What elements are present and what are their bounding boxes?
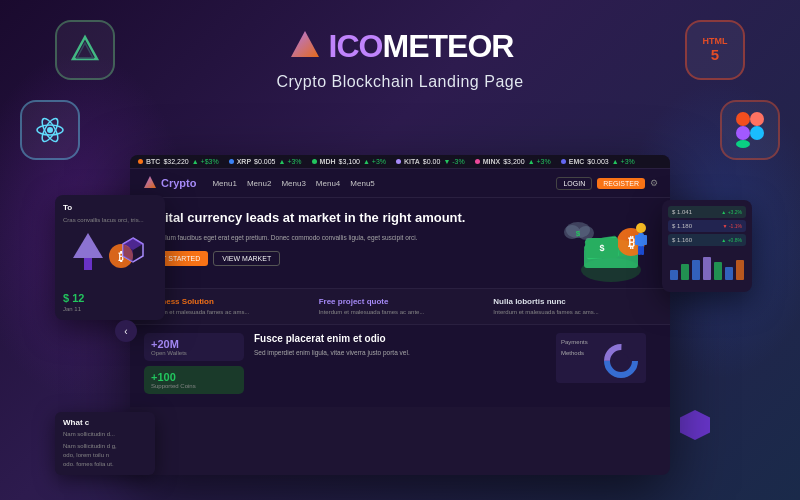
nav-menu2[interactable]: Menu2	[247, 179, 271, 188]
bottom-text: Sed imperdiet enim ligula, vitae viverra…	[254, 348, 546, 358]
svg-rect-47	[692, 260, 700, 280]
stat-wallets-label: Open Wallets	[151, 350, 237, 356]
mockup-preview: BTC $32,220 ▲ +$3% XRP $0.005 ▲ +3% MDH …	[130, 155, 670, 475]
mockup-nav-buttons: LOGIN REGISTER ⚙	[556, 177, 658, 190]
svg-text:$: $	[576, 229, 581, 238]
stat-wallets: +20M Open Wallets	[144, 333, 244, 361]
left-panel-title: To	[63, 203, 157, 212]
svg-rect-46	[681, 264, 689, 280]
hero-text: Digital currency leads at market in the …	[144, 210, 546, 280]
settings-icon[interactable]: ⚙	[650, 178, 658, 188]
svg-rect-9	[736, 140, 750, 148]
ticker-item-xrp: XRP $0.005 ▲ +3%	[229, 158, 302, 165]
ticker-item-btc: BTC $32,220 ▲ +$3%	[138, 158, 219, 165]
right-panel: $ 1.041 ▲ +3.2% $ 1.180 ▼ -1.1% $ 1.160 …	[662, 200, 752, 292]
price-row-3: $ 1.160 ▲ +0.8%	[668, 234, 746, 246]
logo-text: ICOMETEOR	[329, 28, 514, 65]
carousel-prev-button[interactable]: ‹	[115, 320, 137, 342]
feature-nulla: Nulla lobortis nunc Interdum et malesuad…	[493, 297, 656, 316]
nav-menu1[interactable]: Menu1	[212, 179, 236, 188]
ticker-bar: BTC $32,220 ▲ +$3% XRP $0.005 ▲ +3% MDH …	[130, 155, 670, 169]
feature-business: Business Solution Interdum et malesuada …	[144, 297, 307, 316]
feature-desc-1: Interdum et malesuada fames ac ams...	[144, 308, 307, 316]
feature-title-1: Business Solution	[144, 297, 307, 306]
svg-rect-25	[643, 235, 647, 245]
header-area: ICOMETEOR Crypto Blockchain Landing Page	[0, 0, 800, 109]
bottom-right-panel: Payments Methods	[556, 333, 656, 399]
price-label-2: $ 1.180	[672, 223, 692, 229]
svg-point-30	[578, 226, 594, 240]
svg-point-10	[750, 126, 764, 140]
hero-coins-svg: ₿ $ $	[556, 210, 666, 285]
svg-text:Methods: Methods	[561, 350, 584, 356]
svg-rect-27	[641, 246, 644, 255]
ticker-item-kita: KITA $0.00 ▼ -3%	[396, 158, 465, 165]
price-label-1: $ 1.041	[672, 209, 692, 215]
mockup-logo: Crypto	[142, 175, 196, 191]
ticker-item-mdh: MDH $3,100 ▲ +3%	[312, 158, 386, 165]
login-button[interactable]: LOGIN	[556, 177, 592, 190]
logo-container: ICOMETEOR	[287, 28, 514, 65]
features-row: Business Solution Interdum et malesuada …	[130, 288, 670, 324]
svg-rect-24	[635, 235, 639, 245]
mockup-logo-text: Crypto	[161, 177, 196, 189]
bottom-content: Fusce placerat enim et odio Sed imperdie…	[254, 333, 546, 399]
left-panel: To Cras convallis lacus orci, tris... ₿ …	[55, 195, 165, 320]
mockup-bottom-section: +20M Open Wallets +100 Supported Coins F…	[130, 324, 670, 407]
svg-rect-7	[750, 112, 764, 126]
mockup-navbar: Crypto Menu1 Menu2 Menu3 Menu4 Menu5 LOG…	[130, 169, 670, 198]
hex-decoration	[680, 410, 710, 440]
feature-title-3: Nulla lobortis nunc	[493, 297, 656, 306]
logo-icon	[287, 29, 323, 65]
svg-marker-12	[144, 176, 156, 188]
svg-rect-45	[670, 270, 678, 280]
register-button[interactable]: REGISTER	[597, 178, 645, 189]
what-card-text: Nam sollicitudin d...	[63, 430, 147, 438]
view-market-button[interactable]: VIEW MARKET	[213, 251, 280, 266]
feature-desc-3: Interdum et malesuada fames ac ams...	[493, 308, 656, 316]
figma-icon	[720, 100, 780, 160]
hero-description: Vestibulum faucibus eget erat eget preti…	[144, 233, 546, 243]
feature-project: Free project quote Interdum et malesuada…	[319, 297, 482, 316]
react-icon	[20, 100, 80, 160]
ticker-item-minx: MINX $3,200 ▲ +3%	[475, 158, 551, 165]
svg-rect-26	[638, 246, 641, 255]
left-panel-desc: Cras convallis lacus orci, tris...	[63, 216, 157, 224]
svg-rect-49	[714, 262, 722, 280]
svg-marker-11	[291, 31, 319, 57]
svg-rect-50	[725, 267, 733, 280]
bottom-stats: +20M Open Wallets +100 Supported Coins	[144, 333, 244, 399]
svg-point-22	[636, 223, 646, 233]
nav-menu3[interactable]: Menu3	[281, 179, 305, 188]
feature-title-2: Free project quote	[319, 297, 482, 306]
stat-coins-number: +100	[151, 371, 237, 383]
hero-illustration: ₿ $ $	[556, 210, 656, 280]
feature-desc-2: Interdum et malesuada fames ac ante...	[319, 308, 482, 316]
right-panel-chart	[668, 252, 746, 282]
svg-rect-48	[703, 257, 711, 280]
left-panel-illustration: ₿	[63, 228, 153, 288]
svg-text:Payments: Payments	[561, 339, 588, 345]
nav-menu4[interactable]: Menu4	[316, 179, 340, 188]
stat-coins: +100 Supported Coins	[144, 366, 244, 394]
left-panel-price: $ 12	[63, 292, 157, 304]
price-label-3: $ 1.160	[672, 237, 692, 243]
what-card-subtext: Nam sollicitudin d g,odo, lorem toilu no…	[63, 442, 147, 469]
price-change-2: ▼ -1.1%	[723, 223, 742, 229]
mockup-nav-items: Menu1 Menu2 Menu3 Menu4 Menu5	[212, 179, 548, 188]
svg-text:₿: ₿	[628, 234, 635, 250]
svg-marker-38	[73, 233, 103, 258]
hero-section: Digital currency leads at market in the …	[130, 198, 670, 288]
hero-title: Digital currency leads at market in the …	[144, 210, 546, 227]
svg-point-37	[613, 353, 629, 369]
svg-rect-6	[736, 112, 750, 126]
nav-menu5[interactable]: Menu5	[350, 179, 374, 188]
hero-buttons: GET STARTED VIEW MARKET	[144, 251, 546, 266]
price-change-3: ▲ +0.8%	[721, 237, 742, 243]
left-panel-date: Jan 11	[63, 306, 157, 312]
what-card-title: What c	[63, 418, 147, 427]
stat-coins-label: Supported Coins	[151, 383, 237, 389]
price-change-1: ▲ +3.2%	[721, 209, 742, 215]
bottom-title: Fusce placerat enim et odio	[254, 333, 546, 344]
svg-rect-8	[736, 126, 750, 140]
